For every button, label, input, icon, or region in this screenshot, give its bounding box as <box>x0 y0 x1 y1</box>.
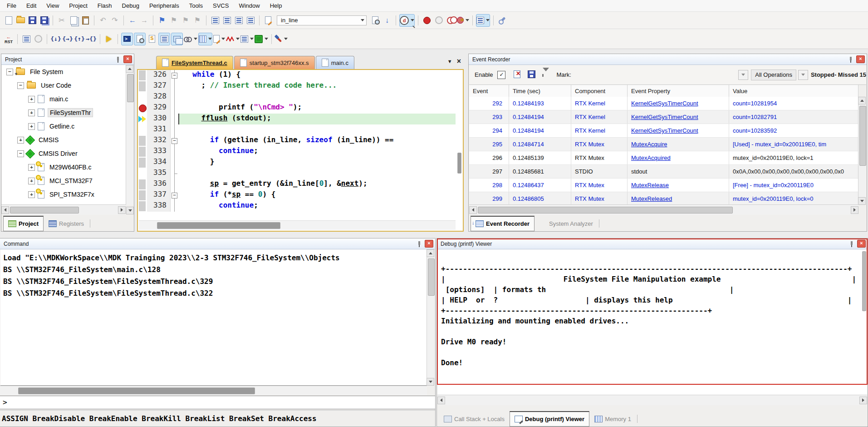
step-into-button[interactable]: {↓} <box>50 33 61 45</box>
code-line-334[interactable]: 334 } <box>138 157 456 168</box>
fold-column[interactable]: − <box>171 135 178 146</box>
event-property-link[interactable]: MutexAcquire <box>631 141 667 148</box>
save-button[interactable] <box>27 15 38 26</box>
filter-button[interactable] <box>543 71 549 78</box>
tab-project[interactable]: Project <box>3 216 44 231</box>
chevron-down-icon[interactable] <box>486 19 490 21</box>
gutter-cell[interactable] <box>138 81 147 92</box>
scrollbar-thumb[interactable] <box>478 207 733 214</box>
code-editor[interactable]: 326− while (1) {327 ; // Insert thread c… <box>138 70 456 221</box>
step-over-button[interactable]: {→} <box>62 33 73 45</box>
uncomment-button[interactable] <box>245 15 256 26</box>
scrollbar-thumb[interactable] <box>862 251 866 311</box>
fold-column[interactable] <box>171 201 178 212</box>
event-row-299[interactable]: 2990.12486805RTX MutexMutexReleasedmutex… <box>469 192 858 205</box>
find-in-files-button[interactable] <box>263 15 274 26</box>
redo-button[interactable]: ↷ <box>109 15 120 26</box>
scrollbar-thumb[interactable] <box>859 106 866 166</box>
event-horizontal-scrollbar[interactable] <box>469 204 858 215</box>
save-all-button[interactable] <box>39 15 49 26</box>
tree-item-m29w640fb-c[interactable]: +M29W640FB.c <box>2 160 126 174</box>
tree-expander-icon[interactable]: + <box>17 137 24 144</box>
column-time[interactable]: Time (sec) <box>509 85 571 97</box>
pin-icon[interactable] <box>848 56 853 63</box>
tree-item-cmsis[interactable]: +CMSIS <box>2 133 126 147</box>
open-file-button[interactable] <box>15 15 26 26</box>
tree-item-user-code[interactable]: −User Code <box>2 79 126 92</box>
pin-icon[interactable] <box>417 241 422 247</box>
toolbox-button[interactable] <box>275 33 288 45</box>
chevron-down-icon[interactable] <box>466 19 469 21</box>
project-vertical-scrollbar[interactable] <box>126 65 134 205</box>
event-property-link[interactable]: KernelGetSysTimerCount <box>631 114 698 120</box>
next-bookmark-button[interactable]: ⚑ <box>180 15 191 26</box>
gutter-cell[interactable] <box>138 124 147 135</box>
scrollbar-thumb[interactable] <box>127 74 134 102</box>
enable-checkbox[interactable]: ✓ <box>497 71 505 79</box>
previous-bookmark-button[interactable]: ⚑ <box>168 15 179 26</box>
gutter-cell[interactable] <box>138 168 147 179</box>
code-line-335[interactable]: 335 <box>138 168 456 179</box>
chevron-down-icon[interactable] <box>194 38 197 40</box>
fold-column[interactable] <box>171 146 178 157</box>
comment-button[interactable] <box>233 15 244 26</box>
close-document-icon[interactable]: × <box>457 57 461 65</box>
event-row-297[interactable]: 2970.12485681STDIOstdout0x0A,0x00,0x00,0… <box>469 165 858 179</box>
run-button[interactable] <box>21 33 32 45</box>
tree-expander-icon[interactable]: + <box>28 164 35 171</box>
gutter-cell[interactable] <box>138 201 147 212</box>
show-next-statement-button[interactable] <box>103 33 114 45</box>
menu-item-svcs[interactable]: SVCS <box>208 2 234 9</box>
scroll-right-button[interactable] <box>851 206 858 214</box>
close-icon[interactable]: × <box>123 55 132 63</box>
scroll-left-button[interactable] <box>437 397 445 404</box>
menu-item-project[interactable]: Project <box>64 2 92 9</box>
event-property-link[interactable]: KernelGetSysTimerCount <box>631 100 698 107</box>
menu-item-file[interactable]: File <box>2 2 21 9</box>
gutter-cell[interactable] <box>138 114 147 124</box>
fold-column[interactable] <box>171 103 178 114</box>
editor-tab-main-c[interactable]: main.c <box>316 56 354 69</box>
scroll-right-button[interactable] <box>118 206 126 214</box>
chevron-down-icon[interactable] <box>361 19 364 21</box>
chevron-down-icon[interactable] <box>208 38 212 40</box>
tree-expander-icon[interactable]: + <box>28 96 35 103</box>
event-row-298[interactable]: 2980.12486437RTX MutexMutexRelease[Free]… <box>469 179 858 192</box>
symbol-window-button[interactable]: S <box>147 33 157 45</box>
fold-column[interactable]: − <box>171 70 178 81</box>
code-line-329[interactable]: 329 printf ("\nCmd> "); <box>138 103 456 114</box>
fold-collapse-icon[interactable]: − <box>172 73 177 79</box>
chevron-down-icon[interactable] <box>236 38 240 40</box>
mark-dropdown[interactable] <box>738 70 748 80</box>
gutter-cell[interactable] <box>138 70 147 81</box>
analysis-windows-button[interactable] <box>226 33 240 45</box>
find-text-combobox[interactable]: in_line <box>277 15 367 25</box>
tree-expander-icon[interactable]: + <box>28 109 35 116</box>
fold-column[interactable] <box>171 179 178 190</box>
column-event-property[interactable]: Event Property <box>628 85 729 97</box>
menu-item-window[interactable]: Window <box>234 2 265 9</box>
tab-registers[interactable]: Registers <box>44 216 89 231</box>
tree-item-cmsis-driver[interactable]: −CMSIS Driver <box>2 147 126 160</box>
fold-column[interactable] <box>171 124 178 135</box>
stop-button[interactable] <box>33 33 44 45</box>
scrollbar-thumb[interactable] <box>428 258 435 296</box>
command-horizontal-scrollbar[interactable] <box>0 386 427 395</box>
fold-collapse-icon[interactable]: − <box>172 138 177 144</box>
kill-all-breakpoints-button[interactable] <box>457 15 469 26</box>
code-line-327[interactable]: 327 ; // Insert thread code here... <box>138 81 456 92</box>
close-icon[interactable]: × <box>425 240 433 248</box>
event-row-292[interactable]: 2920.12484193RTX KernelKernelGetSysTimer… <box>469 97 858 110</box>
fold-column[interactable] <box>171 168 178 179</box>
tree-expander-icon[interactable]: − <box>17 82 24 89</box>
debug-vertical-scrollbar[interactable] <box>861 251 866 392</box>
new-file-button[interactable] <box>3 15 14 26</box>
tab-event-recorder[interactable]: Event Recorder <box>471 216 535 231</box>
editor-horizontal-scrollbar[interactable] <box>139 220 456 230</box>
menu-item-edit[interactable]: Edit <box>21 2 41 9</box>
event-row-294[interactable]: 2940.12484194RTX KernelKernelGetSysTimer… <box>469 124 858 138</box>
editor-tab-filesystemthread-c[interactable]: FileSystemThread.c <box>156 56 233 69</box>
breakpoint-marker[interactable] <box>139 104 147 112</box>
fold-column[interactable] <box>171 157 178 168</box>
scroll-up-button[interactable] <box>427 249 434 257</box>
